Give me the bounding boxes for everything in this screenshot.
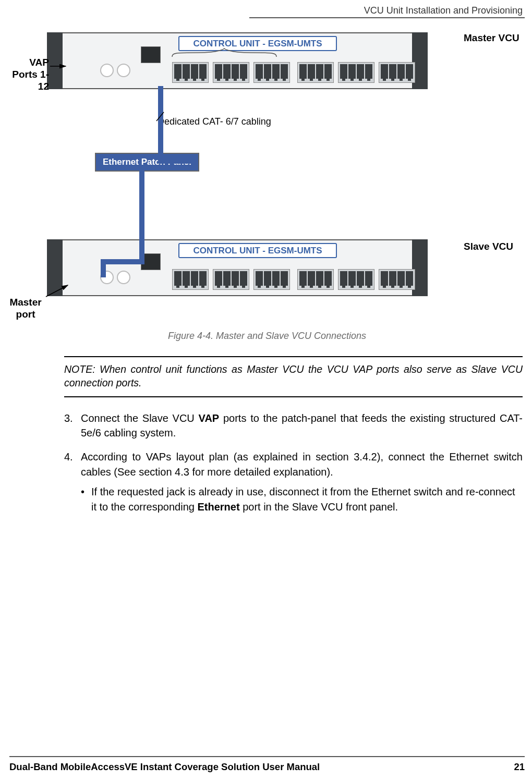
slave-vcu-unit: CONTROL UNIT - EGSM-UMTS xyxy=(62,239,413,296)
figure-master-slave-vcu: CONTROL UNIT - EGSM-UMTS CONTROL UNIT - … xyxy=(9,30,526,324)
unit-title-box: CONTROL UNIT - EGSM-UMTS xyxy=(178,36,337,51)
step-number: 4. xyxy=(64,449,81,517)
annot-master-vcu: Master VCU xyxy=(464,32,532,44)
step-number: 3. xyxy=(64,411,81,441)
footer-manual-title: Dual-Band MobileAccessVE Instant Coverag… xyxy=(9,761,320,773)
footer-rule xyxy=(9,756,525,757)
master-vcu-unit: CONTROL UNIT - EGSM-UMTS xyxy=(62,32,413,89)
unit-title-box: CONTROL UNIT - EGSM-UMTS xyxy=(178,243,337,258)
page-footer: Dual-Band MobileAccessVE Instant Coverag… xyxy=(9,761,525,773)
step-3: 3. Connect the Slave VCU VAP ports to th… xyxy=(64,411,523,441)
step-text-pre: According to VAPs layout plan (as explai… xyxy=(81,451,523,477)
step-text-bold: VAP xyxy=(199,412,220,424)
section-header: VCU Unit Installation and Provisioning xyxy=(249,5,525,17)
figure-caption: Figure 4-4. Master and Slave VCU Connect… xyxy=(9,331,525,342)
page: VCU Unit Installation and Provisioning C… xyxy=(0,0,532,779)
header-rule: VCU Unit Installation and Provisioning xyxy=(249,5,525,18)
annot-patch-panel: Ethernet Patch Panel xyxy=(95,153,199,172)
bullet-item: • If the requested jack is already in us… xyxy=(81,484,523,514)
note-box: NOTE: When control unit functions as Mas… xyxy=(64,356,523,397)
footer-page-number: 21 xyxy=(514,761,525,773)
annot-slave-vcu: Slave VCU xyxy=(464,241,532,253)
annot-dedicated-cabling: Dedicated CAT- 6/7 cabling xyxy=(158,116,271,128)
step-4: 4. According to VAPs layout plan (as exp… xyxy=(64,449,523,517)
bullet-bold: Ethernet xyxy=(197,501,239,513)
step-text-pre: Connect the Slave VCU xyxy=(81,412,199,424)
annot-vap-ports: VAP Ports 1-12 xyxy=(2,57,49,92)
bullet-post: port in the Slave VCU front panel. xyxy=(240,501,398,513)
body-content: 3. Connect the Slave VCU VAP ports to th… xyxy=(64,411,523,517)
annot-master-port: Master port xyxy=(2,297,49,321)
